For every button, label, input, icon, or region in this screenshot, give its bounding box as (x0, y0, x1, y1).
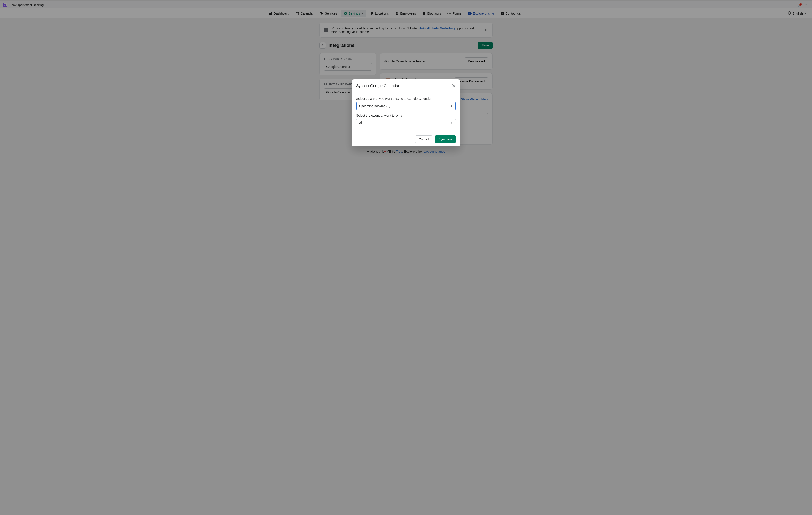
sync-modal: Sync to Google Calendar ✕ Select data th… (352, 79, 460, 146)
sync-data-select[interactable]: Upcoming booking (0) ▲▼ (356, 102, 456, 110)
select-updown-icon: ▲▼ (451, 121, 453, 124)
field-label: Select the calendar want to sync (356, 114, 456, 117)
field-label: Select data that you want to sync to Goo… (356, 97, 456, 101)
sync-now-button[interactable]: Sync now (435, 135, 456, 143)
select-value: All (359, 121, 363, 125)
modal-overlay: Sync to Google Calendar ✕ Select data th… (0, 0, 812, 515)
modal-title: Sync to Google Calendar (356, 84, 399, 88)
select-updown-icon: ▲▼ (451, 105, 453, 107)
cancel-button[interactable]: Cancel (415, 135, 433, 143)
sync-calendar-select[interactable]: All ▲▼ (356, 119, 456, 127)
select-value: Upcoming booking (0) (359, 104, 390, 108)
close-icon[interactable]: ✕ (452, 83, 456, 88)
